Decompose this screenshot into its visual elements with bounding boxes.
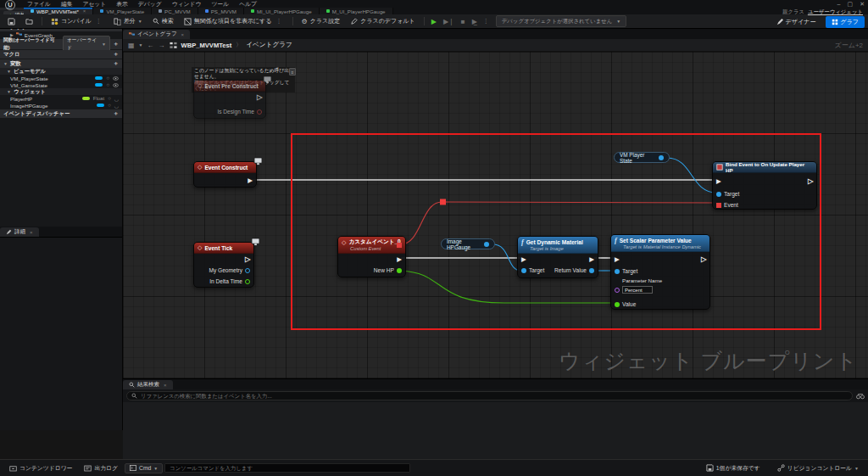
close-button[interactable]: ✕ (860, 0, 865, 8)
parent-class-link[interactable]: ユーザーウィジェット (808, 8, 863, 16)
find-results-input[interactable] (141, 393, 848, 399)
class-settings-button[interactable]: ⚙ クラス設定 (298, 15, 345, 27)
float-pin-new-hp[interactable] (397, 268, 402, 273)
tab-event-graph[interactable]: イベントグラフ × (123, 30, 190, 39)
tab-ps-mvvm[interactable]: PS_MVVM (198, 8, 244, 14)
tab-wbp-mvvmtest[interactable]: WBP_MVVMTest* × (24, 8, 93, 14)
node-get-dynamic-material[interactable]: f Get Dynamic Material Target is Image ▶… (517, 236, 598, 278)
section-variables[interactable]: ▼ 変数 ＋ (0, 59, 122, 68)
back-arrow-icon[interactable]: ← (147, 42, 154, 49)
node-custom-event[interactable]: ◇ カスタムイベント_0 Custom Event ▶ New HP (337, 236, 406, 277)
exec-out-pin[interactable]: ▶ (245, 256, 250, 262)
node-event-tick[interactable]: ◇ Event Tick ▶ My Geometry In Delta Time (193, 242, 254, 288)
compile-options-icon[interactable]: ⋮ (94, 18, 103, 25)
exec-out-pin[interactable]: ▶ (589, 256, 594, 262)
console-type-dropdown[interactable]: Cmd ▼ (125, 463, 163, 473)
browse-button[interactable] (21, 16, 37, 27)
advance-frame-button[interactable]: ▶̲ (470, 18, 480, 25)
binoculars-icon[interactable] (856, 393, 865, 400)
class-defaults-button[interactable]: クラスのデフォルト (346, 15, 419, 27)
exec-out-pin[interactable]: ▶ (701, 256, 706, 262)
float-pin-in-delta-time[interactable] (245, 279, 250, 284)
add-function-icon[interactable]: ＋ (113, 40, 119, 48)
node-event-construct[interactable]: ◇ Event Construct ▶ (193, 161, 257, 188)
float-pin-value[interactable] (615, 302, 620, 307)
menu-file[interactable]: ファイル (22, 0, 56, 8)
stop-button[interactable]: ■ (459, 18, 468, 25)
bookmark-grid-icon[interactable]: ▦ (128, 42, 135, 49)
graph-mode-button[interactable]: グラフ (826, 16, 865, 28)
name-pin-parameter-name[interactable] (615, 288, 620, 293)
content-drawer-button[interactable]: コンテンツドロワー (4, 462, 77, 474)
save-button[interactable] (3, 16, 19, 27)
section-functions[interactable]: 関数(オーバーライド可能) オーバーライド ▼ ＋ (0, 39, 122, 49)
menu-debug[interactable]: デバッグ (133, 0, 167, 8)
exec-out-pin[interactable]: ▶ (397, 256, 402, 262)
revision-control-button[interactable]: リビジョンコントロール ▼ (772, 462, 864, 474)
eye-closed-icon[interactable]: ◡ (114, 96, 119, 102)
menu-view[interactable]: 表示 (111, 0, 133, 8)
close-tab-icon[interactable]: × (30, 230, 33, 235)
hide-unrelated-button[interactable]: 無関係な項目を非表示にする ⋮ (180, 15, 288, 27)
maximize-button[interactable]: ▢ (848, 0, 854, 8)
menu-edit[interactable]: 編集 (56, 0, 78, 8)
tab-mi-ui-playerhpgauge[interactable]: MI_UI_PlayerHPGauge (244, 8, 320, 14)
close-tab-icon[interactable]: × (83, 8, 86, 14)
object-pin-return-value[interactable] (589, 268, 594, 273)
node-bind-event-to-on-update-player-hp[interactable]: Bind Event to On Update Player HP ▶ ▶ Ta… (712, 161, 817, 210)
variable-vm-playerstate[interactable]: VM_PlayerState ○ (0, 75, 122, 81)
add-macro-icon[interactable]: ＋ (113, 50, 119, 59)
find-results-search[interactable] (126, 391, 853, 400)
section-event-dispatchers[interactable]: イベントディスパッチャー ＋ (0, 109, 122, 118)
minimize-button[interactable]: – (837, 0, 841, 8)
designer-mode-button[interactable]: デザイナー (771, 16, 822, 28)
close-tab-icon[interactable]: × (164, 383, 167, 388)
parameter-name-field[interactable] (622, 286, 653, 294)
debug-object-dropdown[interactable]: デバッグオブジェクトが選択されていません ▼ (496, 15, 626, 27)
hide-unrelated-options-icon[interactable]: ⋮ (275, 18, 284, 25)
bell-icon[interactable]: ○ (108, 96, 111, 101)
forward-arrow-icon[interactable]: → (159, 42, 165, 49)
eye-closed-icon[interactable]: ◡ (114, 103, 119, 109)
section-macros[interactable]: マクロ ＋ (0, 50, 122, 59)
node-set-scalar-parameter-value[interactable]: f Set Scalar Parameter Value Target is M… (610, 234, 710, 310)
eye-icon[interactable] (113, 83, 119, 87)
bool-pin-is-design-time[interactable] (257, 109, 262, 115)
object-out-pin[interactable] (659, 155, 664, 160)
category-widget[interactable]: ▼ ウィジェット (0, 88, 122, 95)
diff-button[interactable]: 差分 ▼ (109, 15, 147, 27)
node-get-image-hpgauge[interactable]: Image HPGauge (441, 238, 495, 249)
exec-in-pin[interactable]: ▶ (716, 178, 721, 184)
object-out-pin[interactable] (484, 242, 489, 247)
delegate-pin[interactable] (397, 243, 402, 248)
object-pin-target[interactable] (615, 269, 620, 274)
play-options-icon[interactable]: ⋮ (481, 18, 491, 25)
add-dispatcher-icon[interactable]: ＋ (113, 109, 119, 118)
menu-window[interactable]: ウィンドウ (167, 0, 207, 8)
node-event-pre-construct[interactable]: ◇ Event Pre Construct ▶ Is Design Time (193, 80, 266, 119)
skip-button[interactable]: ▶❘ (441, 18, 457, 25)
exec-out-pin[interactable]: ▶ (248, 177, 253, 183)
exec-out-pin[interactable]: ▶ (257, 94, 262, 100)
tab-find-results[interactable]: 結果検索 × (123, 380, 173, 389)
menu-tools[interactable]: ツール (206, 0, 234, 8)
tab-details[interactable]: 詳細 × (0, 227, 39, 237)
menu-asset[interactable]: アセット (77, 0, 111, 8)
tab-m-ui-playerhpgauge[interactable]: M_UI_PlayerHPGauge (320, 8, 393, 14)
tab-pc-mvvm[interactable]: PC_MVVM (152, 8, 198, 14)
event-graph-canvas[interactable]: このノードは無効になっているため呼び出せません。 機能をビルドするにはピンをドラ… (123, 52, 868, 378)
play-button[interactable]: ▶ (429, 18, 439, 25)
bell-icon[interactable]: ○ (106, 82, 109, 87)
exec-out-pin[interactable]: ▶ (808, 178, 813, 184)
tab-vm-playerstate[interactable]: VM_PlayerState (93, 8, 152, 14)
menu-help[interactable]: ヘルプ (234, 0, 262, 8)
breadcrumb-root[interactable]: WBP_MVVMTest (181, 42, 232, 49)
console-command-input[interactable] (164, 463, 410, 473)
bell-icon[interactable]: ○ (108, 103, 111, 108)
object-pin-target[interactable] (521, 268, 526, 273)
object-pin-target[interactable] (716, 192, 721, 197)
output-log-button[interactable]: 出力ログ (79, 462, 123, 474)
close-tab-icon[interactable]: × (181, 32, 185, 37)
exec-in-pin[interactable]: ▶ (615, 256, 620, 262)
node-get-vm-player-state[interactable]: VM Player State (614, 152, 670, 163)
